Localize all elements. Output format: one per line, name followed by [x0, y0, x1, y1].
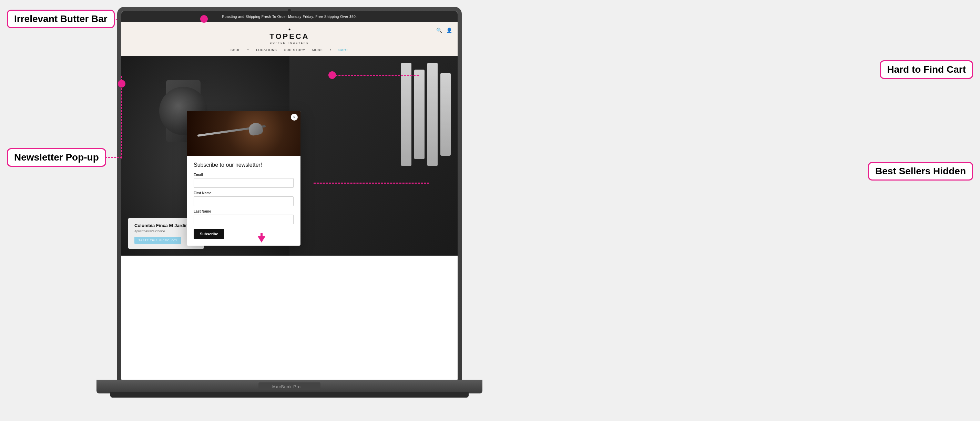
nav-cart[interactable]: CART [338, 48, 348, 52]
butter-bar-dot [200, 15, 208, 23]
nav-more[interactable]: MORE [312, 48, 323, 52]
butter-bar-text: Roasting and Shipping Fresh To Order Mon… [222, 15, 356, 19]
site-logo-sub: COFFEE ROASTERS [270, 42, 309, 44]
nav-our-story[interactable]: OUR STORY [284, 48, 305, 52]
cart-line-h [329, 75, 419, 76]
nav-locations[interactable]: LOCATIONS [256, 48, 277, 52]
bestsellers-line [313, 183, 429, 184]
svg-rect-1 [261, 233, 262, 238]
macbook-bottom [110, 392, 469, 397]
butter-bar-annotation: Irrelevant Butter Bar [7, 10, 115, 28]
subscribe-button[interactable]: Subscribe [194, 229, 224, 239]
right-cylinders [401, 63, 451, 166]
newsletter-popup: × Subscribe to our newsletter! Email Fir… [187, 111, 301, 246]
coffee-beans-bg [187, 111, 301, 156]
popup-body: Subscribe to our newsletter! Email First… [187, 156, 301, 246]
search-icon[interactable]: 🔍 [436, 27, 442, 33]
account-icon[interactable]: 👤 [446, 27, 452, 33]
popup-image: × [187, 111, 301, 156]
macbook-frame: Roasting and Shipping Fresh To Order Mon… [117, 7, 462, 413]
first-name-input[interactable] [194, 196, 294, 206]
cart-annotation: Hard to Find Cart [880, 60, 973, 79]
hero-card-btn[interactable]: TASTE THIS MICROLOT! [134, 237, 181, 244]
macbook-body: Roasting and Shipping Fresh To Order Mon… [117, 7, 462, 386]
nav-shop[interactable]: SHOP [231, 48, 241, 52]
site-logo: TOPECA [269, 32, 309, 41]
logo-star-icon: ✦ [288, 27, 291, 31]
last-name-input[interactable] [194, 214, 294, 224]
popup-title: Subscribe to our newsletter! [194, 162, 294, 168]
newsletter-dot [118, 80, 126, 87]
site-hero: Colombia Finca El Jardin April Roaster's… [121, 56, 458, 256]
last-name-label: Last Name [194, 210, 294, 213]
cart-dot [328, 71, 336, 79]
email-input[interactable] [194, 178, 294, 188]
camera-notch [288, 9, 291, 12]
popup-arrow [258, 233, 265, 244]
macbook-screen: Roasting and Shipping Fresh To Order Mon… [121, 11, 458, 382]
site-nav: SHOP ▾ LOCATIONS OUR STORY MORE ▾ CART [231, 47, 348, 53]
macbook-label: MacBook Pro [272, 384, 301, 389]
newsletter-annotation: Newsletter Pop-up [7, 148, 106, 167]
email-label: Email [194, 173, 294, 177]
header-icons: 🔍 👤 [436, 27, 452, 33]
popup-close-btn[interactable]: × [291, 114, 298, 121]
first-name-label: First Name [194, 191, 294, 195]
newsletter-line-v [121, 76, 123, 159]
site-header: 🔍 👤 ✦ TOPECA COFFEE ROASTERS SHOP ▾ LOCA… [121, 22, 458, 56]
bestsellers-annotation: Best Sellers Hidden [868, 162, 973, 181]
butter-bar: Roasting and Shipping Fresh To Order Mon… [121, 11, 458, 22]
